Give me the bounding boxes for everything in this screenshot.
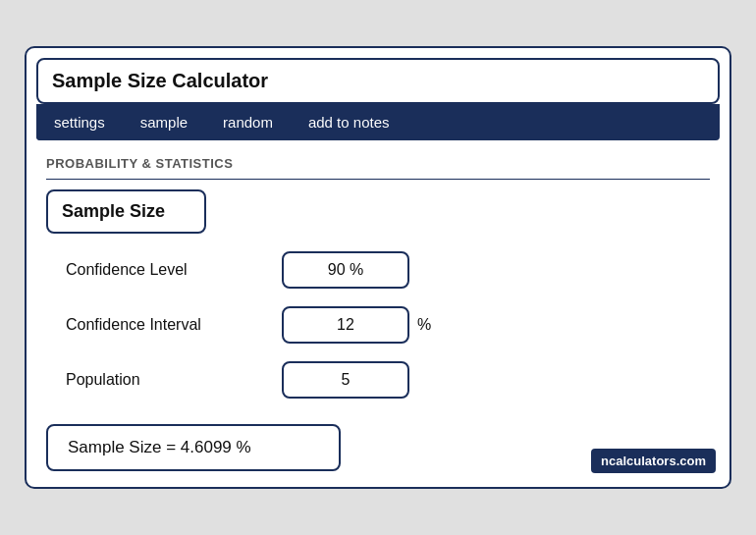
tab-bar: settings sample random add to notes [36, 104, 720, 140]
branding-label: ncalculators.com [591, 449, 716, 473]
tab-random[interactable]: random [205, 104, 291, 140]
title-bar: Sample Size Calculator [36, 58, 720, 104]
population-row: Population [66, 361, 710, 399]
tab-settings[interactable]: settings [36, 104, 123, 140]
result-display: Sample Size = 4.6099 % [46, 424, 341, 471]
tab-add-to-notes[interactable]: add to notes [291, 104, 407, 140]
tab-sample[interactable]: sample [123, 104, 205, 140]
confidence-interval-input[interactable] [282, 306, 409, 344]
content-area: Sample Size Confidence Level Confidence … [46, 189, 710, 471]
confidence-interval-row: Confidence Interval % [66, 306, 710, 344]
section-label: PROBABILITY & STATISTICS [46, 156, 710, 180]
page-title: Sample Size Calculator [52, 70, 268, 91]
confidence-interval-suffix: % [417, 316, 431, 334]
confidence-interval-label: Confidence Interval [66, 316, 282, 334]
calculator-heading: Sample Size [46, 189, 206, 234]
population-input[interactable] [282, 361, 409, 399]
confidence-level-row: Confidence Level [66, 251, 710, 289]
confidence-level-label: Confidence Level [66, 261, 282, 279]
confidence-level-input[interactable] [282, 251, 409, 289]
population-label: Population [66, 371, 282, 389]
calculator-container: Sample Size Calculator settings sample r… [25, 46, 731, 489]
